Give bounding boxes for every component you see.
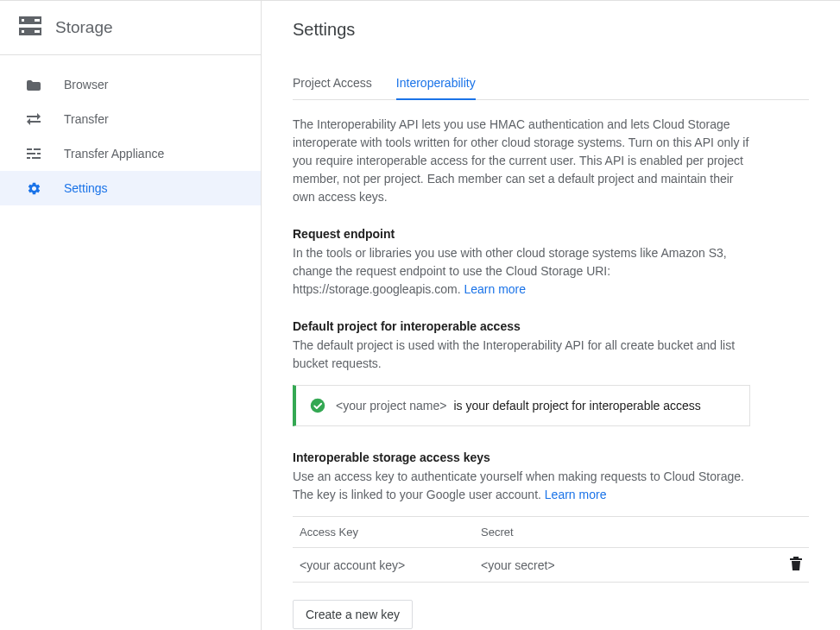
callout-project-name: <your project name> bbox=[336, 399, 446, 413]
sidebar-item-label: Transfer bbox=[64, 112, 109, 126]
svg-rect-9 bbox=[37, 153, 41, 154]
callout-text: <your project name>is your default proje… bbox=[336, 399, 701, 413]
default-project-heading: Default project for interoperable access bbox=[293, 319, 809, 333]
sidebar-item-settings[interactable]: Settings bbox=[0, 171, 261, 205]
endpoint-heading: Request endpoint bbox=[293, 227, 809, 241]
main-content: Settings Project Access Interoperability… bbox=[262, 1, 840, 630]
browser-icon bbox=[26, 77, 41, 92]
sidebar: Storage Browser Transfer Transfer Applia… bbox=[0, 1, 262, 630]
svg-point-12 bbox=[311, 399, 325, 413]
sidebar-item-label: Settings bbox=[64, 181, 108, 195]
gear-icon bbox=[26, 180, 41, 196]
endpoint-learn-more-link[interactable]: Learn more bbox=[464, 282, 526, 296]
sidebar-item-transfer-appliance[interactable]: Transfer Appliance bbox=[0, 136, 261, 171]
svg-rect-13 bbox=[793, 557, 799, 558]
column-access-key: Access Key bbox=[300, 526, 481, 539]
sidebar-title: Storage bbox=[55, 18, 113, 37]
tab-project-access[interactable]: Project Access bbox=[293, 76, 372, 99]
section-request-endpoint: Request endpoint In the tools or librari… bbox=[293, 227, 809, 299]
page-title: Settings bbox=[293, 20, 809, 40]
svg-rect-3 bbox=[35, 19, 40, 22]
cell-action bbox=[776, 557, 802, 573]
access-keys-body: Use an access key to authenticate yourse… bbox=[293, 468, 750, 504]
svg-rect-7 bbox=[34, 148, 41, 150]
endpoint-body: In the tools or libraries you use with o… bbox=[293, 244, 750, 299]
sidebar-item-browser[interactable]: Browser bbox=[0, 67, 261, 102]
cell-access-key: <your account key> bbox=[300, 558, 481, 572]
storage-icon bbox=[19, 16, 41, 39]
default-project-body: The default project is used with the Int… bbox=[293, 337, 750, 373]
access-keys-table: Access Key Secret <your account key> <yo… bbox=[293, 516, 809, 583]
sidebar-item-transfer[interactable]: Transfer bbox=[0, 102, 261, 136]
svg-rect-11 bbox=[32, 157, 41, 159]
transfer-appliance-icon bbox=[26, 146, 41, 161]
section-default-project: Default project for interoperable access… bbox=[293, 319, 809, 426]
sidebar-item-label: Browser bbox=[64, 78, 108, 91]
svg-rect-4 bbox=[22, 30, 24, 33]
check-circle-icon bbox=[310, 398, 325, 413]
svg-rect-10 bbox=[27, 157, 30, 159]
svg-rect-5 bbox=[35, 30, 40, 33]
access-keys-heading: Interoperable storage access keys bbox=[293, 450, 809, 464]
access-keys-learn-more-link[interactable]: Learn more bbox=[545, 488, 607, 501]
tabs: Project Access Interoperability bbox=[293, 76, 809, 100]
svg-rect-8 bbox=[27, 153, 35, 154]
cell-secret: <your secret> bbox=[481, 558, 776, 572]
table-header: Access Key Secret bbox=[293, 517, 809, 548]
svg-rect-14 bbox=[790, 558, 802, 560]
svg-rect-2 bbox=[22, 19, 24, 22]
svg-rect-6 bbox=[27, 148, 32, 150]
sidebar-header: Storage bbox=[0, 1, 261, 55]
table-row: <your account key> <your secret> bbox=[293, 548, 809, 582]
section-access-keys: Interoperable storage access keys Use an… bbox=[293, 450, 809, 629]
column-secret: Secret bbox=[481, 526, 776, 539]
transfer-icon bbox=[26, 111, 41, 127]
trash-icon[interactable] bbox=[790, 557, 802, 573]
default-project-callout: <your project name>is your default proje… bbox=[293, 385, 750, 426]
access-keys-body-text: Use an access key to authenticate yourse… bbox=[293, 469, 744, 501]
intro-text: The Interoperability API lets you use HM… bbox=[293, 116, 750, 206]
sidebar-item-label: Transfer Appliance bbox=[64, 147, 164, 161]
create-key-button[interactable]: Create a new key bbox=[293, 600, 413, 629]
callout-suffix: is your default project for interoperabl… bbox=[453, 399, 700, 413]
sidebar-nav: Browser Transfer Transfer Appliance Sett… bbox=[0, 55, 261, 205]
tab-interoperability[interactable]: Interoperability bbox=[396, 76, 476, 100]
